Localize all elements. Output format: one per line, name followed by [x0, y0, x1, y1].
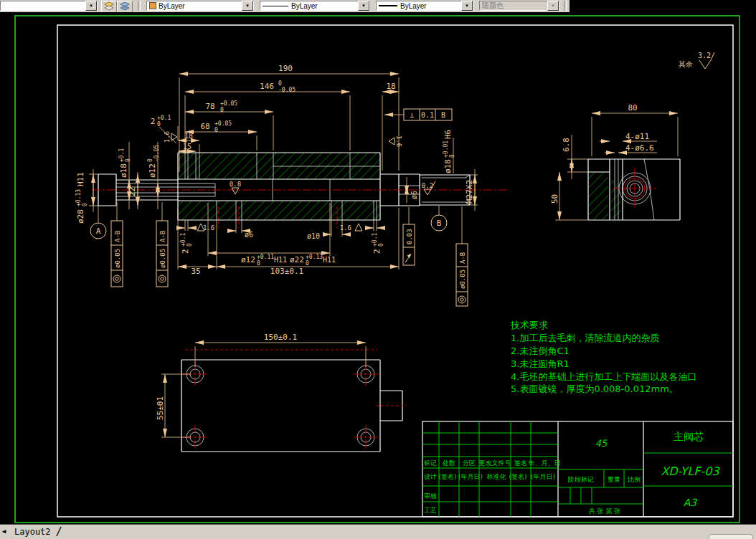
color-combo[interactable]: ByLayer ▼ [146, 1, 254, 11]
dim-bore1-tol-dn: 0 [257, 260, 260, 267]
tb-fenqu: 分区 [463, 459, 476, 467]
surface-note: 其余 3.2 [679, 52, 714, 69]
dim-4-dia11: 4-ø11 [625, 132, 649, 141]
drawing-canvas[interactable]: 190 146 0 -0.05 78 +0.05 0 68 +0.05 0 18… [0, 12, 756, 524]
svg-text:ø28: ø28 [76, 209, 85, 224]
svg-text:A: A [96, 226, 101, 236]
svg-text:M27X2: M27X2 [465, 180, 474, 204]
dim-146: 146 [260, 82, 274, 91]
tab-edge: / [56, 525, 62, 538]
dim-103: 103±0.1 [270, 267, 303, 276]
dim-dia10-bottom: ø10 [307, 232, 320, 240]
tb-shenhe: 审核 [424, 492, 437, 500]
concentricity-frame-1: A-B ø0.05 [111, 202, 123, 287]
side-view: 80 6.8 50 4-ø11 4-ø6.6 [550, 103, 680, 220]
color-swatch-icon [149, 2, 156, 9]
layer-previous-button[interactable] [117, 1, 133, 13]
finish-1-6-bottom-right: 1.6 [340, 224, 362, 232]
dim-150: 150±0.1 [264, 333, 297, 342]
paper-border [15, 16, 740, 523]
svg-text:ø0.05: ø0.05 [459, 270, 466, 289]
svg-text:22: 22 [128, 187, 137, 196]
linetype-combo[interactable]: ByLayer ▼ [260, 1, 370, 11]
dim-bore1-fit: H11 [274, 256, 287, 264]
concentricity-icon [159, 275, 166, 282]
plotstyle-combo-value: 随颜色 [482, 1, 504, 11]
chevron-down-icon[interactable]: ▼ [461, 1, 473, 11]
linetype-combo-value: ByLayer [291, 2, 318, 10]
dim-2-top-tol-dn: 0 [157, 121, 161, 128]
runout-value: 0.03 [406, 229, 413, 244]
svg-text:ø12: ø12 [148, 163, 157, 178]
dim-bore1-tol-up: +0.11 [257, 254, 274, 260]
concentricity-frame-3: A-B ø0.05 [456, 206, 468, 306]
make-layer-current-button[interactable] [101, 1, 117, 13]
dim-68: 68 [200, 122, 209, 131]
tb-biaozhunhua: 标准化 [486, 473, 507, 480]
dim-78-tol-dn: 0 [220, 107, 224, 113]
tb-stage: 阶段标记 [568, 476, 594, 483]
svg-text:ø6: ø6 [410, 191, 418, 199]
technical-requirements: 技术要求 1.加工后去毛刺，清除流道内的杂质 2.未注倒角C1 3.未注圆角R1… [510, 320, 696, 394]
dim-dia28-left: ø28 +0.13 0 H11 [75, 172, 88, 224]
tech-title: 技术要求 [510, 320, 548, 330]
dim-4-dia6-6: 4-ø6.6 [625, 143, 654, 153]
tab-layout2[interactable]: Layout2 [11, 526, 54, 538]
dim-2-top-tol-up: +0.1 [157, 115, 171, 121]
dim-35: 35 [191, 267, 200, 276]
surface-note-value: 3.2 [698, 52, 711, 59]
dim-15-small: 15 [183, 143, 192, 151]
dim-bore2-tol-up: +0.13 [306, 254, 323, 260]
svg-text:H11: H11 [76, 172, 85, 186]
dim-18-top: 18 [386, 82, 395, 91]
dim-50: 50 [550, 194, 559, 204]
finish-1-6-topleft: 1.6 [164, 131, 177, 143]
finish-1-6-right: 1.6 [389, 135, 402, 147]
layout-tabbar: ◀ Layout2 / [0, 524, 756, 539]
dim-146-tol-dn: -0.05 [278, 87, 296, 93]
dim-68-tol-up: +0.05 [214, 120, 232, 127]
lineweight-combo-value: ByLayer [400, 2, 427, 10]
svg-text:+0.1: +0.1 [118, 148, 125, 162]
svg-text:0: 0 [378, 243, 384, 247]
toolbar-separator [564, 1, 567, 11]
tb-bzh-date: (年月日) [531, 473, 555, 480]
dim-190: 190 [278, 64, 293, 73]
svg-text:ø0.05: ø0.05 [159, 249, 166, 268]
toolbar-separator [138, 1, 141, 11]
layer-combo[interactable]: ▼ [0, 1, 98, 11]
svg-text:+0.01: +0.01 [443, 140, 449, 158]
chevron-down-icon[interactable]: ▼ [242, 1, 253, 11]
dim-dia6-right: ø6 [410, 191, 418, 199]
svg-text:6.8: 6.8 [562, 138, 571, 152]
surface-note-prefix: 其余 [679, 60, 693, 68]
runout-frame: 0.03 [403, 207, 415, 265]
svg-text:1.6: 1.6 [395, 135, 402, 147]
svg-text:1.6: 1.6 [340, 224, 351, 232]
datum-b: B [431, 206, 447, 231]
tech-item-4: 4.毛坯的基础上进行加工上下端面以及各油口 [511, 371, 696, 382]
perpendicularity-frame: ⊥ 0.1 B [384, 109, 452, 120]
dim-2-top: 2 [151, 117, 156, 126]
svg-text:1.6: 1.6 [203, 224, 214, 232]
hole-4 [354, 425, 378, 449]
dim-18-small: 18 [184, 132, 193, 140]
tb-scale: 比例 [628, 476, 641, 483]
tb-weight: 重量 [608, 476, 620, 483]
chevron-down-icon[interactable]: ▼ [85, 1, 97, 11]
runout-icon [405, 254, 411, 262]
chevron-down-icon[interactable]: ▼ [358, 1, 369, 11]
svg-text:A-B: A-B [159, 231, 166, 242]
tb-sheet-size: A3 [684, 497, 698, 508]
dim-80: 80 [628, 103, 637, 113]
perp-datum: B [441, 111, 445, 119]
tb-sheji-date: (年月日) [458, 473, 483, 480]
finish-1-6-bottom-left: 1.6 [197, 224, 214, 232]
svg-text:50: 50 [550, 194, 559, 204]
svg-text:0: 0 [82, 203, 88, 206]
dim-22: 22 [128, 187, 137, 196]
lineweight-combo[interactable]: ByLayer ▼ [376, 1, 473, 11]
plotstyle-combo: 随颜色 ▼ [479, 1, 559, 11]
tab-scroll-icon[interactable]: ◀ [2, 528, 6, 535]
svg-text:2: 2 [181, 249, 190, 254]
